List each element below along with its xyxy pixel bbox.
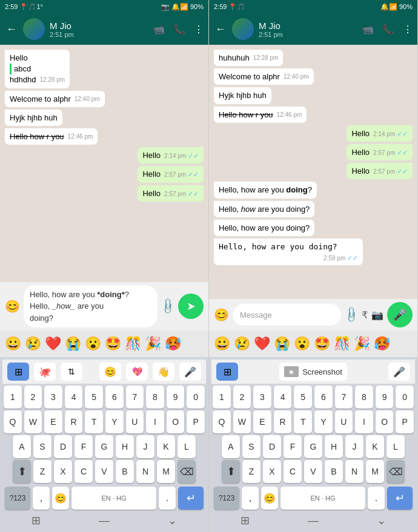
left-kb-p[interactable]: P (187, 410, 205, 433)
right-kb-l[interactable]: L (386, 435, 405, 458)
left-call-icon[interactable]: 📞 (173, 24, 185, 35)
right-kb-6[interactable]: 6 (314, 386, 333, 409)
left-emoji-1[interactable]: 😀 (5, 336, 21, 352)
right-kb-o[interactable]: O (376, 410, 394, 433)
left-kb-c[interactable]: C (75, 460, 93, 483)
right-attach-icon[interactable]: 📎 (342, 305, 360, 324)
left-kb-f[interactable]: F (75, 435, 93, 458)
right-kb-f[interactable]: F (284, 435, 302, 458)
right-kb-0[interactable]: 0 (396, 386, 414, 409)
left-emoji-9[interactable]: 🥵 (165, 336, 181, 352)
left-nav-grid-icon[interactable]: ⊞ (32, 514, 41, 527)
right-kb-shift[interactable]: ⬆ (222, 460, 240, 483)
left-kb-u[interactable]: U (126, 410, 144, 433)
right-kb-i[interactable]: I (355, 410, 373, 433)
right-kb-backspace[interactable]: ⌫ (386, 460, 405, 483)
left-emoji-6[interactable]: 🤩 (105, 336, 121, 352)
right-kb-n[interactable]: N (345, 460, 363, 483)
left-kb-d[interactable]: D (54, 435, 72, 458)
left-kb-3[interactable]: 3 (44, 386, 62, 409)
left-kb-w[interactable]: W (24, 410, 42, 433)
right-emoji-1[interactable]: 😀 (214, 336, 230, 352)
right-kb-comma[interactable]: , (242, 487, 259, 510)
right-kb-b[interactable]: B (325, 460, 343, 483)
left-kb-1[interactable]: 1 (4, 386, 22, 409)
left-kb-v[interactable]: V (95, 460, 113, 483)
right-rupee-icon[interactable]: ₹ (362, 309, 368, 321)
right-kb-1[interactable]: 1 (213, 386, 231, 409)
right-kb-e[interactable]: E (253, 410, 271, 433)
left-emoji-3[interactable]: ❤️ (45, 336, 61, 352)
right-kb-x[interactable]: X (263, 460, 281, 483)
right-kb-y[interactable]: Y (314, 410, 333, 433)
left-kb-wave[interactable]: 👋 (153, 363, 174, 381)
right-more-icon[interactable]: ⋮ (403, 24, 413, 35)
right-kb-g[interactable]: G (304, 435, 322, 458)
left-kb-9[interactable]: 9 (167, 386, 185, 409)
left-kb-enter[interactable]: ↵ (178, 487, 204, 510)
right-kb-m[interactable]: M (366, 460, 384, 483)
right-kb-2[interactable]: 2 (233, 386, 251, 409)
right-kb-q[interactable]: Q (213, 410, 231, 433)
right-kb-4[interactable]: 4 (274, 386, 292, 409)
left-kb-8[interactable]: 8 (146, 386, 164, 409)
left-kb-y[interactable]: Y (105, 410, 124, 433)
left-send-button[interactable]: ➤ (178, 294, 204, 319)
left-kb-m[interactable]: M (157, 460, 175, 483)
left-kb-h[interactable]: H (116, 435, 134, 458)
left-emoji-2[interactable]: 😢 (25, 336, 41, 352)
right-kb-z[interactable]: Z (242, 460, 260, 483)
left-emoji-4[interactable]: 😭 (65, 336, 81, 352)
left-kb-l[interactable]: L (177, 435, 196, 458)
right-kb-k[interactable]: K (366, 435, 384, 458)
left-kb-mic[interactable]: 🎤 (179, 363, 201, 381)
right-video-icon[interactable]: 📹 (362, 24, 374, 35)
left-kb-4[interactable]: 4 (65, 386, 83, 409)
left-kb-space[interactable]: EN · HG (71, 487, 156, 510)
left-more-icon[interactable]: ⋮ (194, 24, 204, 35)
left-kb-shift[interactable]: ⬆ (13, 460, 31, 483)
right-emoji-4[interactable]: 😭 (274, 336, 290, 352)
right-kb-s[interactable]: S (242, 435, 260, 458)
right-kb-d[interactable]: D (263, 435, 281, 458)
left-kb-app-grid[interactable]: ⊞ (7, 363, 29, 381)
right-kb-8[interactable]: 8 (355, 386, 373, 409)
right-kb-app-grid[interactable]: ⊞ (216, 363, 238, 381)
left-kb-period[interactable]: . (159, 487, 176, 510)
right-kb-7[interactable]: 7 (335, 386, 353, 409)
right-emoji-9[interactable]: 🥵 (374, 336, 390, 352)
left-kb-0[interactable]: 0 (187, 386, 205, 409)
right-emoji-button[interactable]: 😊 (214, 307, 229, 322)
right-kb-u[interactable]: U (335, 410, 353, 433)
left-nav-chevron-icon[interactable]: ⌄ (168, 514, 177, 527)
left-emoji-5[interactable]: 😮 (85, 336, 101, 352)
left-kb-5[interactable]: 5 (85, 386, 103, 409)
right-emoji-8[interactable]: 🎉 (354, 336, 370, 352)
right-emoji-6[interactable]: 🤩 (314, 336, 330, 352)
right-kb-screenshot-area[interactable]: ▣ Screenshot (279, 363, 347, 381)
right-nav-grid-icon[interactable]: ⊞ (241, 514, 250, 527)
left-kb-octopus[interactable]: 🐙 (34, 363, 56, 381)
left-kb-arrows[interactable]: ⇅ (61, 363, 82, 381)
right-nav-chevron-icon[interactable]: ⌄ (377, 514, 386, 527)
left-video-icon[interactable]: 📹 (153, 24, 165, 35)
right-kb-emoji-key[interactable]: 😊 (261, 487, 278, 510)
left-kb-e[interactable]: E (44, 410, 62, 433)
left-kb-2[interactable]: 2 (24, 386, 42, 409)
right-camera-icon[interactable]: 📷 (371, 309, 383, 321)
left-kb-sym[interactable]: ?123 (5, 487, 30, 510)
left-kb-z[interactable]: Z (33, 460, 51, 483)
left-back-button[interactable]: ← (5, 22, 18, 37)
left-kb-b[interactable]: B (116, 460, 134, 483)
left-kb-t[interactable]: T (85, 410, 103, 433)
left-attach-icon[interactable]: 📎 (158, 297, 177, 315)
right-kb-enter[interactable]: ↵ (387, 487, 413, 510)
right-call-icon[interactable]: 📞 (382, 24, 394, 35)
right-kb-space[interactable]: EN · HG (280, 487, 365, 510)
right-kb-h[interactable]: H (325, 435, 343, 458)
left-kb-backspace[interactable]: ⌫ (177, 460, 196, 483)
right-kb-sym[interactable]: ?123 (214, 487, 239, 510)
left-emoji-button[interactable]: 😊 (5, 299, 20, 314)
right-kb-mic[interactable]: 🎤 (388, 363, 410, 381)
right-kb-c[interactable]: C (284, 460, 302, 483)
